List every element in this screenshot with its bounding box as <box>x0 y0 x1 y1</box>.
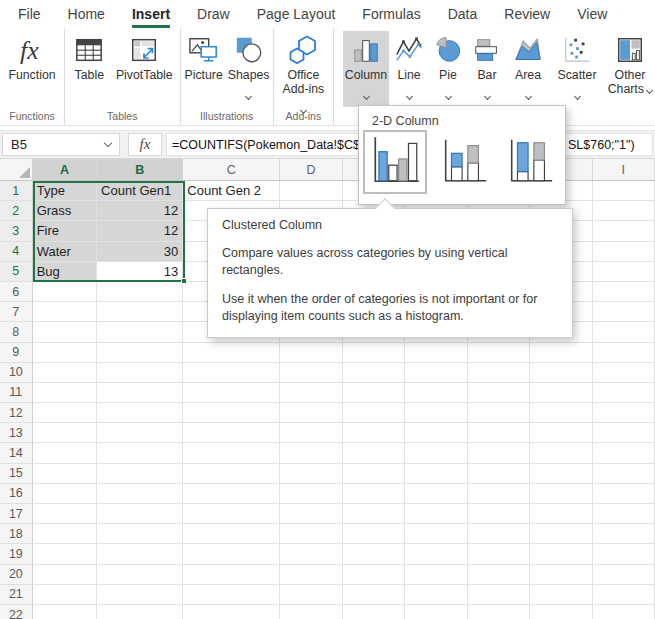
cell-C22[interactable] <box>183 605 280 619</box>
cell-A4[interactable]: Water <box>33 242 97 262</box>
cell-C12[interactable] <box>183 403 280 423</box>
cell-G16[interactable] <box>468 484 530 504</box>
cell-F11[interactable] <box>405 383 467 403</box>
cell-G19[interactable] <box>468 544 530 564</box>
cell-E17[interactable] <box>343 504 405 524</box>
cell-B19[interactable] <box>97 544 183 564</box>
tab-view[interactable]: View <box>577 0 607 28</box>
row-header-5[interactable]: 5 <box>0 262 33 282</box>
cell-I2[interactable] <box>593 201 655 221</box>
cell-B2[interactable]: 12 <box>97 201 183 221</box>
cell-I9[interactable] <box>593 343 655 363</box>
cell-F9[interactable] <box>405 343 467 363</box>
bar-chart-button[interactable]: Bar <box>467 31 507 107</box>
cell-E18[interactable] <box>343 524 405 544</box>
cell-A17[interactable] <box>33 504 97 524</box>
cell-B20[interactable] <box>97 565 183 585</box>
option-100-stacked-column[interactable] <box>503 135 557 191</box>
cell-H9[interactable] <box>530 343 592 363</box>
cell-B11[interactable] <box>97 383 183 403</box>
row-header-21[interactable]: 21 <box>0 585 33 605</box>
shapes-button[interactable]: Shapes <box>226 31 272 107</box>
row-header-16[interactable]: 16 <box>0 484 33 504</box>
column-header-I[interactable]: I <box>593 159 655 180</box>
tab-insert[interactable]: Insert <box>132 0 170 28</box>
cell-A21[interactable] <box>33 585 97 605</box>
cell-H16[interactable] <box>530 484 592 504</box>
cell-B15[interactable] <box>97 464 183 484</box>
cell-I16[interactable] <box>593 484 655 504</box>
column-chart-button[interactable]: Column <box>343 31 389 107</box>
cell-F22[interactable] <box>405 605 467 619</box>
cell-D20[interactable] <box>280 565 342 585</box>
cell-A14[interactable] <box>33 443 97 463</box>
cell-A18[interactable] <box>33 524 97 544</box>
cell-I20[interactable] <box>593 565 655 585</box>
cell-H19[interactable] <box>530 544 592 564</box>
other-charts-button[interactable]: Other Charts <box>605 31 655 107</box>
cell-A12[interactable] <box>33 403 97 423</box>
cell-A7[interactable] <box>33 302 97 322</box>
cell-I7[interactable] <box>593 302 655 322</box>
line-chart-button[interactable]: Line <box>389 31 429 107</box>
cell-C9[interactable] <box>183 343 280 363</box>
cell-G22[interactable] <box>468 605 530 619</box>
cell-D18[interactable] <box>280 524 342 544</box>
cell-D11[interactable] <box>280 383 342 403</box>
row-header-1[interactable]: 1 <box>0 181 33 201</box>
cell-D17[interactable] <box>280 504 342 524</box>
cell-E11[interactable] <box>343 383 405 403</box>
cell-H11[interactable] <box>530 383 592 403</box>
cell-I8[interactable] <box>593 322 655 342</box>
cell-D9[interactable] <box>280 343 342 363</box>
row-header-17[interactable]: 17 <box>0 504 33 524</box>
cell-B1[interactable]: Count Gen1 <box>97 181 183 201</box>
pie-chart-button[interactable]: Pie <box>429 31 467 107</box>
cell-B18[interactable] <box>97 524 183 544</box>
row-header-19[interactable]: 19 <box>0 544 33 564</box>
cell-C17[interactable] <box>183 504 280 524</box>
cell-E9[interactable] <box>343 343 405 363</box>
cell-A13[interactable] <box>33 423 97 443</box>
cell-D19[interactable] <box>280 544 342 564</box>
cell-C20[interactable] <box>183 565 280 585</box>
tab-home[interactable]: Home <box>68 0 105 28</box>
cell-G12[interactable] <box>468 403 530 423</box>
cell-G18[interactable] <box>468 524 530 544</box>
cell-I5[interactable] <box>593 262 655 282</box>
cell-E15[interactable] <box>343 464 405 484</box>
picture-button[interactable]: Picture <box>182 31 226 107</box>
cell-E14[interactable] <box>343 443 405 463</box>
cell-C11[interactable] <box>183 383 280 403</box>
cell-H15[interactable] <box>530 464 592 484</box>
cell-B5[interactable]: 13 <box>97 262 183 282</box>
cell-A20[interactable] <box>33 565 97 585</box>
row-header-8[interactable]: 8 <box>0 322 33 342</box>
cell-H10[interactable] <box>530 363 592 383</box>
cell-F19[interactable] <box>405 544 467 564</box>
cell-H21[interactable] <box>530 585 592 605</box>
cell-H13[interactable] <box>530 423 592 443</box>
cell-G10[interactable] <box>468 363 530 383</box>
cell-G13[interactable] <box>468 423 530 443</box>
cell-I10[interactable] <box>593 363 655 383</box>
tab-review[interactable]: Review <box>504 0 550 28</box>
pivottable-button[interactable]: PivotTable <box>111 31 177 107</box>
cell-E12[interactable] <box>343 403 405 423</box>
cell-E16[interactable] <box>343 484 405 504</box>
cell-A10[interactable] <box>33 363 97 383</box>
scatter-chart-button[interactable]: Scatter <box>549 31 605 107</box>
cell-G15[interactable] <box>468 464 530 484</box>
column-header-A[interactable]: A <box>33 159 97 180</box>
tab-file[interactable]: File <box>18 0 41 28</box>
cell-F16[interactable] <box>405 484 467 504</box>
cell-D21[interactable] <box>280 585 342 605</box>
cell-C21[interactable] <box>183 585 280 605</box>
cell-B10[interactable] <box>97 363 183 383</box>
cell-B13[interactable] <box>97 423 183 443</box>
cell-E21[interactable] <box>343 585 405 605</box>
cell-A6[interactable] <box>33 282 97 302</box>
cell-A2[interactable]: Grass <box>33 201 97 221</box>
name-box[interactable]: B5 <box>2 133 120 156</box>
cell-B6[interactable] <box>97 282 183 302</box>
